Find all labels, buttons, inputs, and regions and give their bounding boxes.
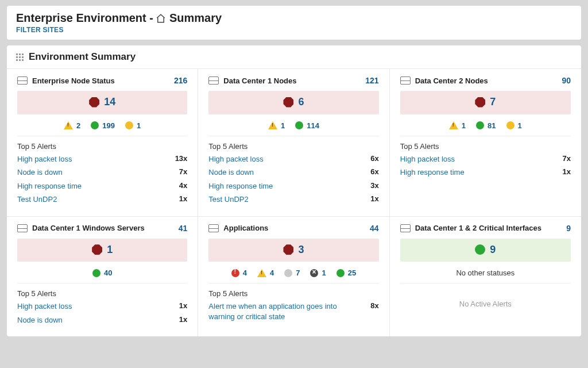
- card-hero[interactable]: 3: [208, 239, 378, 262]
- server-icon: [17, 224, 28, 232]
- critical-icon: [89, 97, 99, 108]
- status-item[interactable]: 2: [64, 121, 80, 130]
- server-icon: [400, 224, 411, 232]
- alert-row: Node is down7x: [17, 167, 187, 178]
- card-hero[interactable]: 6: [208, 91, 378, 114]
- alert-link[interactable]: High response time: [208, 181, 362, 191]
- status-value: 4: [243, 269, 247, 277]
- warning-icon: [64, 121, 73, 129]
- card-total-count[interactable]: 121: [365, 76, 378, 85]
- alerts-heading: Top 5 Alerts: [17, 289, 187, 298]
- alert-count: 6x: [370, 154, 378, 163]
- alert-count: 7x: [563, 154, 571, 163]
- card-hero-value: 7: [490, 96, 496, 108]
- status-item[interactable]: 1: [506, 121, 522, 130]
- alert-link[interactable]: Alert me when an application goes into w…: [208, 301, 362, 321]
- alert-count: 1x: [179, 301, 187, 310]
- panel-title: Environment Summary: [29, 51, 136, 63]
- status-value: 25: [348, 269, 356, 277]
- alert-row: Node is down1x: [17, 315, 187, 325]
- alert-link[interactable]: Node is down: [17, 315, 171, 325]
- critical-icon: [92, 244, 102, 255]
- status-item[interactable]: 4: [231, 269, 247, 277]
- alerts-heading: Top 5 Alerts: [400, 142, 571, 151]
- home-icon: [156, 13, 166, 24]
- alert-row: High packet loss1x: [17, 301, 187, 312]
- status-value: 4: [270, 269, 274, 277]
- status-item[interactable]: 81: [476, 121, 496, 130]
- alert-link[interactable]: High response time: [400, 167, 555, 178]
- status-item[interactable]: 1: [125, 121, 141, 130]
- alert-link[interactable]: Test UnDP2: [208, 194, 362, 205]
- alert-link[interactable]: High packet loss: [208, 154, 362, 164]
- unreachable-icon: [310, 269, 318, 277]
- alert-link[interactable]: Node is down: [208, 167, 362, 178]
- card-hero-value: 3: [298, 244, 304, 256]
- card-hero[interactable]: 7: [400, 91, 571, 114]
- card-total-count[interactable]: 90: [562, 76, 571, 85]
- environment-summary-panel: Environment Summary Enterprise Node Stat…: [7, 45, 581, 336]
- alert-count: 3x: [370, 181, 378, 190]
- page-title-suffix: Summary: [169, 12, 222, 25]
- drag-handle-icon[interactable]: [16, 53, 23, 60]
- up-icon: [295, 121, 303, 129]
- dashboard-card: Enterprise Node Status2161421991Top 5 Al…: [7, 69, 198, 216]
- alert-count: 6x: [370, 167, 378, 176]
- up-icon: [91, 121, 99, 129]
- status-item[interactable]: 1: [268, 121, 285, 130]
- server-icon: [17, 76, 28, 85]
- card-hero[interactable]: 14: [17, 91, 187, 114]
- alerts-heading: Top 5 Alerts: [208, 289, 378, 298]
- card-hero-value: 6: [298, 96, 304, 108]
- server-icon: [400, 76, 411, 85]
- status-item[interactable]: 1: [449, 121, 466, 130]
- status-value: 2: [76, 121, 80, 130]
- alert-link[interactable]: Node is down: [17, 167, 171, 178]
- card-total-count[interactable]: 44: [370, 224, 379, 233]
- card-hero-value: 9: [490, 244, 496, 256]
- status-row: 1114: [208, 119, 378, 136]
- server-icon: [208, 224, 219, 232]
- no-other-statuses: No other statuses: [400, 266, 571, 283]
- card-hero[interactable]: 9: [400, 239, 571, 262]
- alert-count: 7x: [179, 167, 187, 176]
- alert-count: 1x: [563, 167, 571, 176]
- alert-count: 1x: [179, 315, 187, 324]
- warning-circle-icon: [506, 121, 514, 129]
- filter-sites-link[interactable]: FILTER SITES: [16, 25, 64, 34]
- status-item[interactable]: 40: [92, 269, 112, 277]
- card-hero[interactable]: 1: [17, 239, 187, 262]
- status-value: 1: [137, 121, 141, 130]
- alert-row: High response time1x: [400, 167, 571, 178]
- alert-count: 13x: [175, 154, 188, 163]
- alert-link[interactable]: High packet loss: [17, 154, 167, 164]
- alert-row: Node is down6x: [208, 167, 378, 178]
- card-hero-value: 1: [107, 244, 113, 256]
- header-bar: Enterprise Environment - Summary FILTER …: [7, 6, 581, 40]
- card-title: Enterprise Node Status: [32, 76, 115, 85]
- card-total-count[interactable]: 41: [179, 224, 188, 233]
- alert-link[interactable]: High packet loss: [400, 154, 555, 164]
- status-value: 1: [462, 121, 466, 130]
- alerts-heading: Top 5 Alerts: [208, 142, 378, 151]
- status-item[interactable]: 114: [295, 121, 319, 130]
- status-item[interactable]: 1: [310, 269, 326, 277]
- dashboard-card: Data Center 1 & 2 Critical Interfaces99N…: [390, 216, 581, 337]
- warning-icon: [268, 121, 277, 129]
- status-item[interactable]: 4: [257, 269, 274, 277]
- unknown-icon: [284, 269, 292, 277]
- status-item[interactable]: 25: [336, 269, 356, 277]
- dashboard-card: Applications443447125Top 5 AlertsAlert m…: [198, 216, 389, 337]
- critical-icon: [283, 244, 293, 255]
- alert-link[interactable]: High response time: [17, 181, 171, 191]
- status-item[interactable]: 7: [284, 269, 300, 277]
- alert-row: High packet loss6x: [208, 154, 378, 164]
- status-value: 114: [307, 121, 319, 130]
- card-total-count[interactable]: 9: [566, 224, 571, 233]
- critical-icon: [283, 97, 293, 108]
- alert-link[interactable]: Test UnDP2: [17, 194, 171, 205]
- status-item[interactable]: 199: [91, 121, 115, 130]
- card-total-count[interactable]: 216: [174, 76, 187, 85]
- alert-link[interactable]: High packet loss: [17, 301, 171, 312]
- up-icon: [475, 244, 485, 255]
